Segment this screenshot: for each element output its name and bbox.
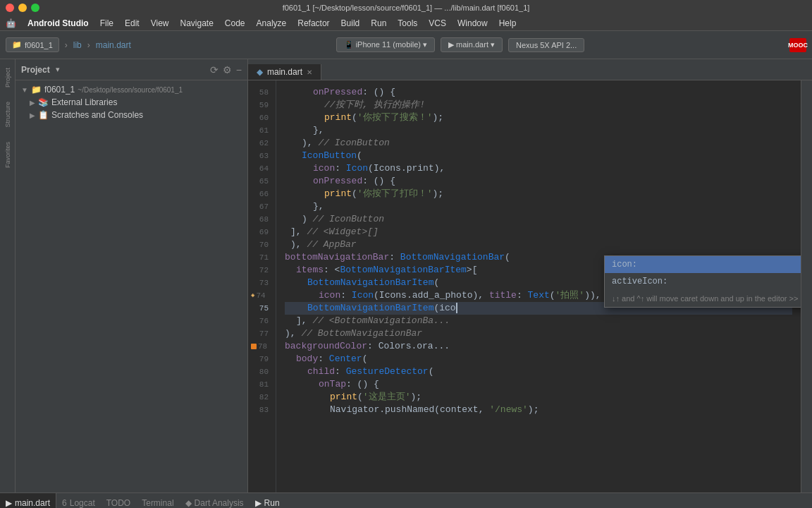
code-line-81: onTap: () { <box>285 378 792 391</box>
line-num-76: 76 <box>251 315 273 327</box>
tree-item-root[interactable]: ▼ 📁 f0601_1 ~/Desktop/lesson/source/f060… <box>16 83 247 96</box>
editor-area: ◆ main.dart ✕ 58 59 60 61 62 63 64 65 66… <box>248 59 812 492</box>
terminal-tab[interactable]: Terminal <box>136 493 179 508</box>
expand-arrow-scratch: ▶ <box>30 111 35 119</box>
dart-analysis-tab[interactable]: ◆ Dart Analysis <box>180 493 250 508</box>
code-line-65: onPressed: () { <box>285 175 792 188</box>
menu-vcs[interactable]: VCS <box>429 18 446 28</box>
line-num-64: 64 <box>251 162 273 175</box>
nexus-selector[interactable]: Nexus 5X API 2... <box>508 38 584 52</box>
toolbar-center: 📱 iPhone 11 (mobile) ▾ ▶ main.dart ▾ Nex… <box>137 37 784 52</box>
menu-tools[interactable]: Tools <box>398 18 417 28</box>
tab-close-icon[interactable]: ✕ <box>307 68 312 76</box>
code-line-70: ), // AppBar <box>285 238 792 251</box>
right-strip <box>801 80 812 492</box>
dart-analysis-label: Dart Analysis <box>195 498 244 508</box>
line-num-61: 61 <box>251 124 273 137</box>
left-strip: Project Structure Favorites <box>0 59 16 492</box>
line-num-69: 69 <box>251 226 273 238</box>
window-title: f0601_1 [~/Desktop/lesson/source/f0601_1… <box>283 4 530 12</box>
favorites-panel-toggle[interactable]: Favorites <box>1 136 14 174</box>
line-num-65: 65 <box>251 175 273 188</box>
lib-icon-ext: 📚 <box>38 97 49 107</box>
code-line-76: ], // <BottomNavigationBa... <box>285 315 792 327</box>
code-line-63: IconButton( <box>285 150 792 162</box>
collapse-icon[interactable]: − <box>236 64 242 75</box>
run-bottom-tab[interactable]: ▶ Run <box>250 493 285 508</box>
bottom-panel: ▶ main.dart 6 Logcat TODO Terminal ◆ Dar… <box>0 492 812 508</box>
project-panel-toggle[interactable]: Project <box>1 62 14 93</box>
autocomplete-label-icon: icon: <box>612 258 637 271</box>
autocomplete-item-activeicon[interactable]: activeIcon: <box>605 273 801 290</box>
menu-file[interactable]: File <box>100 18 113 28</box>
close-button[interactable] <box>6 4 14 12</box>
iphone-icon: 📱 <box>344 40 354 49</box>
line-num-75: 75 <box>251 302 273 315</box>
tree-label-scratches: Scratches and Consoles <box>51 110 143 120</box>
device-selector[interactable]: 📱 iPhone 11 (mobile) ▾ <box>336 37 435 52</box>
expand-arrow-ext: ▶ <box>30 99 35 107</box>
app-name: Android Studio <box>27 18 89 28</box>
file-label[interactable]: main.dart <box>96 40 131 50</box>
menu-refactor[interactable]: Refactor <box>297 18 329 28</box>
sidebar-scope: ▾ <box>56 65 60 74</box>
toolbar-left: 📁 f0601_1 › lib › main.dart <box>6 37 131 52</box>
code-line-59: //按下时, 执行的操作! <box>285 99 792 111</box>
line-num-62: 62 <box>251 137 273 150</box>
code-line-60: print('你按下了搜索！'); <box>285 111 792 124</box>
menu-edit[interactable]: Edit <box>125 18 140 28</box>
menu-code[interactable]: Code <box>225 18 245 28</box>
menu-build[interactable]: Build <box>341 18 360 28</box>
tree-item-ext-lib[interactable]: ▶ 📚 External Libraries <box>16 96 247 109</box>
menu-help[interactable]: Help <box>499 18 517 28</box>
line-numbers: 58 59 60 61 62 63 64 65 66 67 68 69 70 7… <box>248 80 276 492</box>
todo-tab[interactable]: TODO <box>101 493 136 508</box>
menu-navigate[interactable]: Navigate <box>180 18 213 28</box>
menu-analyze[interactable]: Analyze <box>257 18 287 28</box>
logcat-num: 6 <box>62 498 67 508</box>
sidebar-header: Project ▾ ⟳ ⚙ − <box>16 59 247 80</box>
editor-tabs: ◆ main.dart ✕ <box>248 59 812 80</box>
run-icon: ▶ <box>448 40 454 49</box>
editor-wrapper: 58 59 60 61 62 63 64 65 66 67 68 69 70 7… <box>248 80 812 492</box>
line-num-71: 71 <box>251 251 273 264</box>
chevron-down-icon: ▾ <box>423 40 427 49</box>
terminal-label: Terminal <box>142 498 173 508</box>
sidebar-title: Project <box>21 65 50 75</box>
code-line-83: Navigator.pushNamed(context, '/news'); <box>285 404 792 416</box>
code-area[interactable]: onPressed: () { //按下时, 执行的操作! print('你按下… <box>276 80 801 492</box>
minimize-button[interactable] <box>18 4 27 12</box>
autocomplete-item-icon[interactable]: icon: Widget <box>605 256 801 273</box>
tab-main-dart[interactable]: ◆ main.dart ✕ <box>248 64 321 80</box>
breadcrumb-sep: › <box>65 40 68 50</box>
code-line-58: onPressed: () { <box>285 86 792 99</box>
autocomplete-popup[interactable]: icon: Widget activeIcon: ↓↑ and ^↑ will … <box>604 255 801 308</box>
menu-window[interactable]: Window <box>457 18 488 28</box>
menu-run[interactable]: Run <box>371 18 386 28</box>
maximize-button[interactable] <box>31 4 39 12</box>
line-num-67: 67 <box>251 200 273 213</box>
traffic-lights <box>6 4 39 12</box>
settings-icon[interactable]: ⚙ <box>223 64 232 75</box>
app-logo: 🤖 <box>6 18 16 28</box>
code-line-78: backgroundColor: Colors.ora... <box>285 340 792 353</box>
code-line-79: body: Center( <box>285 353 792 365</box>
title-bar: f0601_1 [~/Desktop/lesson/source/f0601_1… <box>0 0 812 16</box>
menu-view[interactable]: View <box>151 18 169 28</box>
logcat-label: Logcat <box>70 498 95 508</box>
lib-label[interactable]: lib <box>73 40 82 50</box>
logcat-tab[interactable]: 6 Logcat <box>56 493 101 508</box>
bottom-tabs-bar: ▶ main.dart 6 Logcat TODO Terminal ◆ Dar… <box>0 493 812 508</box>
run-config-selector[interactable]: ▶ main.dart ▾ <box>441 37 503 52</box>
dart-file-icon: ◆ <box>257 67 263 77</box>
structure-panel-toggle[interactable]: Structure <box>1 96 14 133</box>
sync-icon[interactable]: ⟳ <box>210 64 219 75</box>
run-file-label[interactable]: main.dart <box>15 498 50 508</box>
code-line-61: }, <box>285 124 792 137</box>
code-line-62: ), // IconButton <box>285 137 792 150</box>
tree-item-scratches[interactable]: ▶ 📋 Scratches and Consoles <box>16 109 247 121</box>
line-num-68: 68 <box>251 213 273 226</box>
tab-label-main: main.dart <box>267 67 302 77</box>
line-num-83: 83 <box>251 404 273 416</box>
project-btn[interactable]: 📁 f0601_1 <box>6 37 59 52</box>
